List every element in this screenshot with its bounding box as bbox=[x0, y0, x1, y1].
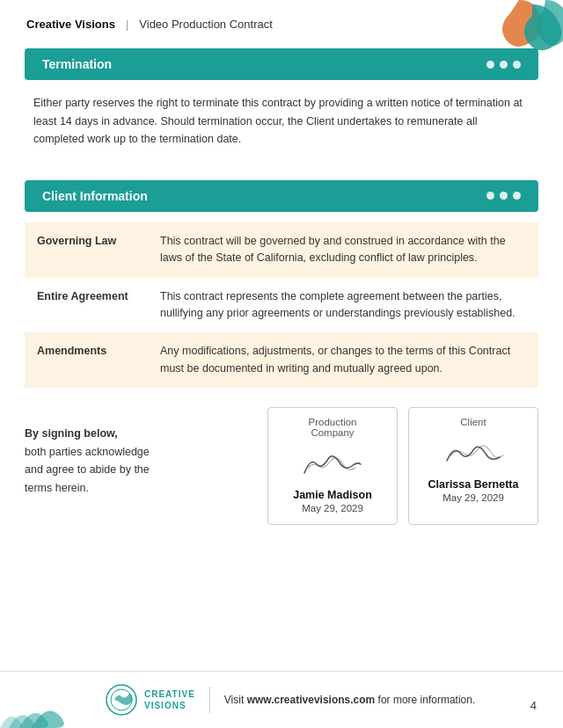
sig-box-client: Client Clarissa Bernetta May 29, 2029 bbox=[408, 407, 538, 525]
footer-visit-url: www.creativevisions.com bbox=[247, 694, 376, 706]
row-value-agreement: This contract represents the complete ag… bbox=[148, 278, 538, 333]
header-subtitle: Video Production Contract bbox=[139, 18, 273, 31]
sig-name-client: Clarissa Bernetta bbox=[423, 478, 523, 491]
sig-name-production: Jamie Madison bbox=[282, 489, 383, 501]
signature-section: By signing below, both parties acknowled… bbox=[25, 407, 538, 525]
dot-6 bbox=[513, 192, 521, 200]
dot-1 bbox=[486, 61, 494, 69]
signature-intro-bold: By signing below, bbox=[25, 427, 118, 440]
page-number: 4 bbox=[530, 699, 537, 712]
termination-header: Termination bbox=[25, 48, 538, 80]
footer: CREATIVE VISIONS Visit www.creativevisio… bbox=[0, 671, 563, 728]
sig-label-production: ProductionCompany bbox=[282, 417, 383, 438]
header-divider: | bbox=[126, 18, 128, 31]
client-info-header: Client Information bbox=[25, 180, 538, 212]
sig-label-client: Client bbox=[423, 417, 523, 427]
table-row: Entire Agreement This contract represent… bbox=[25, 278, 538, 333]
sig-box-production: ProductionCompany Jamie Madison May 29, … bbox=[267, 407, 398, 525]
termination-section: Termination Either party reserves the ri… bbox=[0, 48, 563, 170]
client-info-title: Client Information bbox=[42, 189, 148, 203]
footer-logo-icon bbox=[106, 684, 137, 716]
row-label-governing: Governing Law bbox=[25, 222, 148, 278]
footer-brand-text: CREATIVE VISIONS bbox=[144, 688, 195, 711]
dot-5 bbox=[500, 192, 508, 200]
client-info-dots bbox=[486, 192, 521, 200]
footer-visit-prefix: Visit bbox=[224, 694, 247, 706]
row-value-amendments: Any modifications, adjustments, or chang… bbox=[148, 332, 538, 388]
sig-date-production: May 29, 2029 bbox=[282, 503, 383, 513]
client-info-table: Governing Law This contract will be gove… bbox=[25, 222, 538, 388]
termination-title: Termination bbox=[42, 57, 112, 71]
client-info-section: Client Information Governing Law This co… bbox=[0, 180, 563, 388]
header-brand: Creative Visions | Video Production Cont… bbox=[26, 18, 273, 31]
brand-name: Creative Visions bbox=[26, 18, 115, 31]
termination-dots bbox=[486, 61, 521, 69]
sig-image-client bbox=[423, 436, 523, 471]
footer-decoration bbox=[0, 677, 79, 728]
sig-image-production bbox=[282, 447, 383, 482]
footer-logo-area: CREATIVE VISIONS Visit www.creativevisio… bbox=[106, 684, 475, 716]
footer-divider bbox=[209, 687, 210, 713]
dot-2 bbox=[500, 61, 508, 69]
dot-4 bbox=[486, 192, 494, 200]
sig-date-client: May 29, 2029 bbox=[423, 492, 523, 503]
termination-text: Either party reserves the right to termi… bbox=[0, 80, 563, 170]
row-value-governing: This contract will be governed by and co… bbox=[148, 222, 538, 278]
dot-3 bbox=[513, 61, 521, 69]
footer-visit-text: Visit www.creativevisions.com for more i… bbox=[224, 694, 475, 706]
signature-boxes: ProductionCompany Jamie Madison May 29, … bbox=[267, 407, 538, 525]
footer-visit-suffix: for more information. bbox=[375, 694, 475, 706]
row-label-amendments: Amendments bbox=[25, 332, 148, 388]
signature-intro: By signing below, both parties acknowled… bbox=[25, 407, 253, 498]
table-row: Amendments Any modifications, adjustment… bbox=[25, 332, 538, 388]
table-row: Governing Law This contract will be gove… bbox=[25, 222, 538, 278]
row-label-agreement: Entire Agreement bbox=[25, 278, 148, 333]
